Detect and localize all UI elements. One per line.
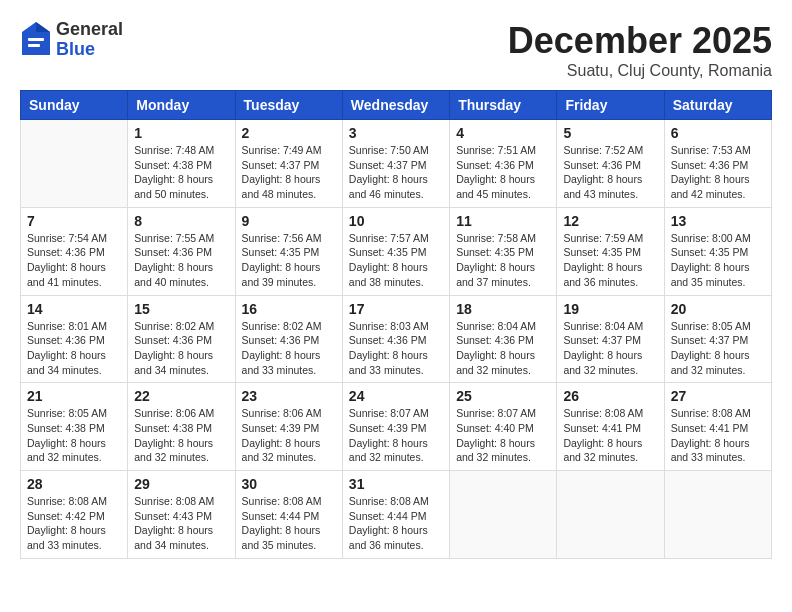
day-info: Sunrise: 8:06 AMSunset: 4:39 PMDaylight:… <box>242 406 336 465</box>
day-info: Sunrise: 8:02 AMSunset: 4:36 PMDaylight:… <box>134 319 228 378</box>
day-number: 8 <box>134 213 228 229</box>
day-info: Sunrise: 8:08 AMSunset: 4:43 PMDaylight:… <box>134 494 228 553</box>
day-info: Sunrise: 8:08 AMSunset: 4:44 PMDaylight:… <box>349 494 443 553</box>
weekday-header: Wednesday <box>342 91 449 120</box>
day-number: 7 <box>27 213 121 229</box>
day-number: 23 <box>242 388 336 404</box>
week-row: 7Sunrise: 7:54 AMSunset: 4:36 PMDaylight… <box>21 207 772 295</box>
calendar-cell <box>557 471 664 559</box>
title-area: December 2025 Suatu, Cluj County, Romani… <box>508 20 772 80</box>
day-number: 17 <box>349 301 443 317</box>
day-info: Sunrise: 7:56 AMSunset: 4:35 PMDaylight:… <box>242 231 336 290</box>
day-info: Sunrise: 8:04 AMSunset: 4:36 PMDaylight:… <box>456 319 550 378</box>
day-info: Sunrise: 8:05 AMSunset: 4:38 PMDaylight:… <box>27 406 121 465</box>
week-row: 28Sunrise: 8:08 AMSunset: 4:42 PMDayligh… <box>21 471 772 559</box>
day-info: Sunrise: 7:59 AMSunset: 4:35 PMDaylight:… <box>563 231 657 290</box>
day-info: Sunrise: 8:06 AMSunset: 4:38 PMDaylight:… <box>134 406 228 465</box>
day-number: 4 <box>456 125 550 141</box>
calendar-cell: 24Sunrise: 8:07 AMSunset: 4:39 PMDayligh… <box>342 383 449 471</box>
day-info: Sunrise: 8:08 AMSunset: 4:42 PMDaylight:… <box>27 494 121 553</box>
week-row: 21Sunrise: 8:05 AMSunset: 4:38 PMDayligh… <box>21 383 772 471</box>
calendar-cell: 5Sunrise: 7:52 AMSunset: 4:36 PMDaylight… <box>557 120 664 208</box>
day-info: Sunrise: 7:54 AMSunset: 4:36 PMDaylight:… <box>27 231 121 290</box>
logo-blue: Blue <box>56 40 123 60</box>
calendar-cell: 8Sunrise: 7:55 AMSunset: 4:36 PMDaylight… <box>128 207 235 295</box>
day-info: Sunrise: 7:55 AMSunset: 4:36 PMDaylight:… <box>134 231 228 290</box>
calendar-cell: 18Sunrise: 8:04 AMSunset: 4:36 PMDayligh… <box>450 295 557 383</box>
calendar-cell: 7Sunrise: 7:54 AMSunset: 4:36 PMDaylight… <box>21 207 128 295</box>
day-number: 22 <box>134 388 228 404</box>
day-number: 29 <box>134 476 228 492</box>
calendar-cell: 22Sunrise: 8:06 AMSunset: 4:38 PMDayligh… <box>128 383 235 471</box>
day-number: 26 <box>563 388 657 404</box>
day-info: Sunrise: 8:01 AMSunset: 4:36 PMDaylight:… <box>27 319 121 378</box>
day-number: 31 <box>349 476 443 492</box>
day-info: Sunrise: 7:52 AMSunset: 4:36 PMDaylight:… <box>563 143 657 202</box>
logo-general: General <box>56 20 123 40</box>
svg-rect-2 <box>28 38 44 41</box>
weekday-header: Friday <box>557 91 664 120</box>
calendar-cell: 2Sunrise: 7:49 AMSunset: 4:37 PMDaylight… <box>235 120 342 208</box>
day-number: 16 <box>242 301 336 317</box>
calendar-cell: 11Sunrise: 7:58 AMSunset: 4:35 PMDayligh… <box>450 207 557 295</box>
calendar-cell: 30Sunrise: 8:08 AMSunset: 4:44 PMDayligh… <box>235 471 342 559</box>
day-number: 21 <box>27 388 121 404</box>
calendar-cell: 20Sunrise: 8:05 AMSunset: 4:37 PMDayligh… <box>664 295 771 383</box>
weekday-header: Sunday <box>21 91 128 120</box>
calendar-cell: 25Sunrise: 8:07 AMSunset: 4:40 PMDayligh… <box>450 383 557 471</box>
calendar-cell: 16Sunrise: 8:02 AMSunset: 4:36 PMDayligh… <box>235 295 342 383</box>
calendar-cell: 13Sunrise: 8:00 AMSunset: 4:35 PMDayligh… <box>664 207 771 295</box>
calendar-cell: 26Sunrise: 8:08 AMSunset: 4:41 PMDayligh… <box>557 383 664 471</box>
day-number: 5 <box>563 125 657 141</box>
day-number: 14 <box>27 301 121 317</box>
day-number: 30 <box>242 476 336 492</box>
day-number: 11 <box>456 213 550 229</box>
day-number: 13 <box>671 213 765 229</box>
day-info: Sunrise: 8:02 AMSunset: 4:36 PMDaylight:… <box>242 319 336 378</box>
day-info: Sunrise: 8:08 AMSunset: 4:41 PMDaylight:… <box>563 406 657 465</box>
calendar-cell: 28Sunrise: 8:08 AMSunset: 4:42 PMDayligh… <box>21 471 128 559</box>
day-number: 2 <box>242 125 336 141</box>
day-info: Sunrise: 8:07 AMSunset: 4:40 PMDaylight:… <box>456 406 550 465</box>
day-info: Sunrise: 8:08 AMSunset: 4:44 PMDaylight:… <box>242 494 336 553</box>
calendar-cell: 12Sunrise: 7:59 AMSunset: 4:35 PMDayligh… <box>557 207 664 295</box>
calendar-cell: 4Sunrise: 7:51 AMSunset: 4:36 PMDaylight… <box>450 120 557 208</box>
svg-rect-3 <box>28 44 40 47</box>
day-number: 28 <box>27 476 121 492</box>
calendar: SundayMondayTuesdayWednesdayThursdayFrid… <box>20 90 772 559</box>
calendar-cell: 6Sunrise: 7:53 AMSunset: 4:36 PMDaylight… <box>664 120 771 208</box>
day-info: Sunrise: 8:03 AMSunset: 4:36 PMDaylight:… <box>349 319 443 378</box>
calendar-cell: 10Sunrise: 7:57 AMSunset: 4:35 PMDayligh… <box>342 207 449 295</box>
day-number: 9 <box>242 213 336 229</box>
calendar-cell: 1Sunrise: 7:48 AMSunset: 4:38 PMDaylight… <box>128 120 235 208</box>
day-number: 20 <box>671 301 765 317</box>
day-number: 24 <box>349 388 443 404</box>
calendar-cell: 27Sunrise: 8:08 AMSunset: 4:41 PMDayligh… <box>664 383 771 471</box>
day-number: 12 <box>563 213 657 229</box>
day-info: Sunrise: 7:57 AMSunset: 4:35 PMDaylight:… <box>349 231 443 290</box>
week-row: 14Sunrise: 8:01 AMSunset: 4:36 PMDayligh… <box>21 295 772 383</box>
calendar-cell <box>664 471 771 559</box>
header: General Blue December 2025 Suatu, Cluj C… <box>20 20 772 80</box>
weekday-header: Monday <box>128 91 235 120</box>
calendar-cell: 3Sunrise: 7:50 AMSunset: 4:37 PMDaylight… <box>342 120 449 208</box>
weekday-header: Tuesday <box>235 91 342 120</box>
logo-icon <box>20 20 52 60</box>
svg-marker-1 <box>36 22 50 32</box>
day-number: 18 <box>456 301 550 317</box>
calendar-cell: 19Sunrise: 8:04 AMSunset: 4:37 PMDayligh… <box>557 295 664 383</box>
day-number: 1 <box>134 125 228 141</box>
calendar-cell: 17Sunrise: 8:03 AMSunset: 4:36 PMDayligh… <box>342 295 449 383</box>
calendar-cell: 29Sunrise: 8:08 AMSunset: 4:43 PMDayligh… <box>128 471 235 559</box>
weekday-header: Thursday <box>450 91 557 120</box>
month-title: December 2025 <box>508 20 772 62</box>
week-row: 1Sunrise: 7:48 AMSunset: 4:38 PMDaylight… <box>21 120 772 208</box>
day-info: Sunrise: 8:07 AMSunset: 4:39 PMDaylight:… <box>349 406 443 465</box>
day-info: Sunrise: 7:58 AMSunset: 4:35 PMDaylight:… <box>456 231 550 290</box>
logo: General Blue <box>20 20 123 60</box>
day-info: Sunrise: 8:05 AMSunset: 4:37 PMDaylight:… <box>671 319 765 378</box>
calendar-cell <box>21 120 128 208</box>
day-info: Sunrise: 7:48 AMSunset: 4:38 PMDaylight:… <box>134 143 228 202</box>
day-info: Sunrise: 7:53 AMSunset: 4:36 PMDaylight:… <box>671 143 765 202</box>
weekday-header: Saturday <box>664 91 771 120</box>
